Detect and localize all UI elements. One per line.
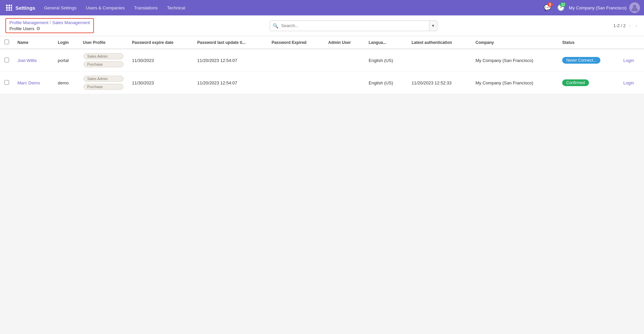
col-password-update: Password last update ti...: [193, 36, 268, 49]
search-input[interactable]: [281, 23, 429, 28]
row-latest-auth: [408, 49, 472, 72]
select-all-header[interactable]: [0, 36, 13, 49]
breadcrumb-separator: /: [50, 20, 51, 25]
col-language: Langua...: [365, 36, 408, 49]
nav-technical[interactable]: Technical: [162, 0, 190, 15]
pagination-next-button[interactable]: ›: [634, 22, 639, 29]
table-row: Marc Demo demo Sales AdminPurchase 11/30…: [0, 72, 644, 94]
svg-rect-5: [11, 7, 12, 9]
profile-tag: Sales Admin: [84, 76, 123, 82]
brand-title[interactable]: Settings: [15, 5, 35, 11]
svg-rect-2: [11, 5, 12, 6]
clock-badge: 22: [560, 2, 566, 7]
name-link[interactable]: Joel Willis: [17, 58, 37, 63]
row-language: English (US): [365, 49, 408, 72]
nav-users-companies[interactable]: Users & Companies: [81, 0, 129, 15]
row-checkbox[interactable]: [4, 80, 9, 85]
company-name[interactable]: My Company (San Francisco): [569, 5, 627, 10]
row-password-update: 11/20/2023 12:54:07: [193, 72, 268, 94]
row-name: Joel Willis: [13, 49, 54, 72]
col-password-expire: Password expire date: [128, 36, 193, 49]
breadcrumb-current[interactable]: Sales Management: [52, 20, 90, 25]
svg-rect-7: [8, 9, 10, 11]
nav-translations[interactable]: Translations: [129, 0, 162, 15]
row-company: My Company (San Francisco): [472, 49, 558, 72]
apps-menu-button[interactable]: [4, 3, 14, 13]
page-title-row: Profile Users ⚙: [9, 26, 90, 31]
row-user-profile: Sales AdminPurchase: [79, 49, 128, 72]
main-nav-menu: General Settings Users & Companies Trans…: [39, 0, 541, 15]
login-action-link[interactable]: Login: [623, 58, 634, 63]
search-icon: 🔍: [270, 23, 281, 28]
row-latest-auth: 11/20/2023 12:52:33: [408, 72, 472, 94]
row-password-update: 11/20/2023 12:54:07: [193, 49, 268, 72]
user-avatar[interactable]: [629, 2, 640, 13]
svg-rect-6: [6, 9, 8, 11]
search-bar: 🔍 ▾: [270, 20, 437, 31]
settings-gear-icon[interactable]: ⚙: [36, 26, 41, 31]
row-login: portal: [54, 49, 79, 72]
row-login-action: Login: [619, 49, 644, 72]
table-container: Name Login User Profile Password expire …: [0, 36, 644, 94]
pagination: 1-2 / 2 ‹ ›: [613, 22, 639, 29]
pagination-label: 1-2 / 2: [613, 23, 626, 28]
col-login: Login: [54, 36, 79, 49]
svg-rect-1: [8, 5, 10, 6]
col-company: Company: [472, 36, 558, 49]
search-dropdown-button[interactable]: ▾: [429, 21, 437, 31]
row-checkbox[interactable]: [4, 58, 9, 62]
users-table: Name Login User Profile Password expire …: [0, 36, 644, 94]
page-title: Profile Users: [9, 26, 34, 31]
breadcrumb-parent-link[interactable]: Profile Management: [9, 20, 48, 25]
svg-rect-4: [8, 7, 10, 9]
top-navbar: Settings General Settings Users & Compan…: [0, 0, 644, 15]
profile-tag: Sales Admin: [84, 53, 123, 59]
row-user-profile: Sales AdminPurchase: [79, 72, 128, 94]
breadcrumb: Profile Management / Sales Management: [9, 20, 90, 25]
profile-tag: Purchase: [84, 84, 123, 90]
row-password-expired: [268, 49, 324, 72]
col-password-expired: Password Expired: [268, 36, 324, 49]
select-all-checkbox[interactable]: [4, 40, 9, 44]
row-password-expire: 11/30/2023: [128, 72, 193, 94]
notifications-button[interactable]: 💬 6: [542, 2, 553, 13]
row-status: Confirmed: [558, 72, 619, 94]
login-action-link[interactable]: Login: [623, 80, 634, 85]
svg-rect-8: [11, 9, 12, 11]
row-login: demo: [54, 72, 79, 94]
clock-button[interactable]: 🕐 22: [555, 2, 566, 13]
row-admin-user: [324, 72, 365, 94]
pagination-prev-button[interactable]: ‹: [628, 22, 632, 29]
row-login-action: Login: [619, 72, 644, 94]
status-badge: Confirmed: [562, 79, 589, 86]
notification-badge: 6: [547, 2, 553, 7]
profile-tag: Purchase: [84, 61, 123, 67]
chevron-down-icon: ▾: [432, 23, 434, 28]
row-language: English (US): [365, 72, 408, 94]
nav-general-settings[interactable]: General Settings: [39, 0, 81, 15]
page-header: Profile Management / Sales Management Pr…: [0, 15, 644, 36]
name-link[interactable]: Marc Demo: [17, 80, 40, 85]
col-status: Status: [558, 36, 619, 49]
svg-rect-3: [6, 7, 8, 9]
row-name: Marc Demo: [13, 72, 54, 94]
status-badge: Never Connect...: [562, 57, 600, 64]
breadcrumb-box: Profile Management / Sales Management Pr…: [5, 18, 94, 33]
col-name: Name: [13, 36, 54, 49]
row-password-expired: [268, 72, 324, 94]
svg-rect-0: [6, 5, 8, 6]
row-checkbox-cell[interactable]: [0, 49, 13, 72]
col-actions: [619, 36, 644, 49]
col-user-profile: User Profile: [79, 36, 128, 49]
table-header-row: Name Login User Profile Password expire …: [0, 36, 644, 49]
search-area: 🔍 ▾: [98, 20, 609, 31]
row-company: My Company (San Francisco): [472, 72, 558, 94]
col-latest-auth: Latest authentication: [408, 36, 472, 49]
row-password-expire: 11/30/2023: [128, 49, 193, 72]
table-row: Joel Willis portal Sales AdminPurchase 1…: [0, 49, 644, 72]
row-status: Never Connect...: [558, 49, 619, 72]
row-admin-user: [324, 49, 365, 72]
row-checkbox-cell[interactable]: [0, 72, 13, 94]
navbar-right-section: 💬 6 🕐 22 My Company (San Francisco): [542, 2, 640, 13]
col-admin-user: Admin User: [324, 36, 365, 49]
